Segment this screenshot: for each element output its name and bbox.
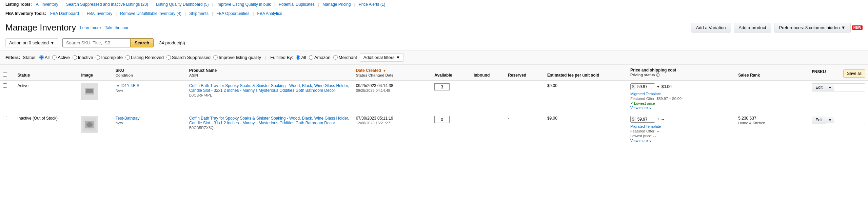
fulfilled-merchant-label: Merchant — [339, 55, 357, 60]
row1-status-changed: 09/25/2023 04:14:49 — [356, 88, 390, 92]
add-variation-button[interactable]: Add a Variation — [691, 23, 731, 33]
check-icon: ✓ — [630, 101, 633, 105]
row1-status: Active — [17, 83, 28, 88]
header-date-created[interactable]: Date Created ▼ Status Changed Date — [353, 65, 432, 81]
row1-date-cell: 09/25/2023 04:14:38 09/25/2023 04:14:49 — [353, 81, 432, 113]
status-incomplete-option[interactable]: Incomplete — [96, 55, 123, 60]
nav-shipments[interactable]: Shipments — [189, 11, 209, 16]
inventory-table: Status Image SKU Condition Product Name … — [0, 65, 868, 146]
row2-edit-button[interactable]: Edit — [812, 116, 826, 124]
save-all-button[interactable]: Save all — [843, 69, 865, 78]
listing-tools-bar: Listing Tools: All Inventory | Search Su… — [0, 0, 868, 9]
row2-fee: $9.00 — [547, 116, 557, 121]
row2-edit-dropdown-button[interactable]: ▼ — [826, 117, 834, 123]
nav-listing-quality[interactable]: Listing Quality Dashboard (5) — [156, 2, 209, 7]
row2-price-container: $ + -- — [630, 116, 733, 123]
nav-fba-analytics[interactable]: FBA Analytics — [257, 11, 282, 16]
row1-shipping: $0.00 — [662, 84, 672, 89]
row1-price-input[interactable] — [636, 84, 655, 90]
row1-price-input-wrap: $ — [630, 83, 655, 90]
row1-rank-cell: - — [735, 81, 809, 113]
row2-migrated-template-link[interactable]: Migrated Template — [630, 124, 661, 128]
page-header-right: Add a Variation Add a product Preference… — [691, 23, 863, 33]
price-info-icon: ⓘ — [656, 73, 659, 77]
nav-potential-duplicates[interactable]: Potential Duplicates — [279, 2, 315, 7]
row2-status-changed: 12/08/2023 15:21:27 — [356, 121, 390, 125]
status-improve-quality-label: Improve listing quality — [219, 55, 261, 60]
header-checkbox-col — [0, 65, 15, 81]
row1-edit-button[interactable]: Edit — [812, 84, 826, 91]
row2-price-input[interactable] — [636, 116, 655, 122]
search-button[interactable]: Search — [130, 38, 154, 47]
row1-quantity-input[interactable] — [434, 83, 450, 90]
row2-fee-cell: $9.00 — [545, 113, 628, 146]
row2-view-more-link[interactable]: View more ∨ — [630, 139, 652, 143]
nav-price-alerts[interactable]: Price Alerts (1) — [359, 2, 386, 7]
row2-date-created: 07/30/2023 05:11:19 — [356, 116, 393, 121]
status-listing-removed-option[interactable]: Listing Removed — [125, 55, 164, 60]
page-header-left: Manage Inventory Learn more Take the tou… — [5, 22, 129, 33]
status-all-option[interactable]: All — [39, 55, 50, 60]
header-fnsku: FNSKU Save all — [809, 65, 868, 81]
row2-checkbox[interactable] — [3, 116, 7, 120]
row2-date-cell: 07/30/2023 05:11:19 12/08/2023 15:21:27 — [353, 113, 432, 146]
nav-search-suppressed[interactable]: Search Suppressed and Inactive Listings … — [66, 2, 148, 7]
select-all-checkbox[interactable] — [3, 72, 7, 77]
row2-sku-cell: Test-Bathtray New — [113, 113, 186, 146]
header-status: Status — [15, 65, 78, 81]
fulfilled-amazon-option[interactable]: Amazon — [309, 55, 331, 60]
row2-product-link[interactable]: Coffin Bath Tray for Spooky Soaks & Sini… — [189, 116, 349, 125]
svg-point-5 — [86, 122, 93, 127]
product-image-svg — [83, 85, 96, 99]
row1-edit-dropdown-button[interactable]: ▼ — [826, 84, 834, 91]
fulfilled-merchant-option[interactable]: Merchant — [333, 55, 357, 60]
nav-manage-pricing[interactable]: Manage Pricing — [322, 2, 351, 7]
row2-sku-link[interactable]: Test-Bathtray — [116, 116, 140, 121]
currency-symbol: $ — [631, 84, 636, 90]
header-available: Available — [432, 65, 471, 81]
status-listing-removed-label: Listing Removed — [131, 55, 164, 60]
status-inactive-option[interactable]: Inactive — [73, 55, 93, 60]
nav-fba-opportunities[interactable]: FBA Opportunities — [216, 11, 249, 16]
learn-more-link[interactable]: Learn more — [80, 25, 101, 30]
row1-rank: - — [738, 83, 739, 88]
fulfilled-all-label: All — [301, 55, 306, 60]
header-rank: Sales Rank — [735, 65, 809, 81]
table-row: Inactive (Out of Stock) Test-Bathtray Ne… — [0, 113, 868, 146]
nav-fba-dashboard[interactable]: FBA Dashboard — [50, 11, 79, 16]
nav-improve-bulk[interactable]: Improve Listing Quality in bulk — [217, 2, 271, 7]
row1-product-link[interactable]: Coffin Bath Tray for Spooky Soaks & Sini… — [189, 83, 349, 93]
take-tour-link[interactable]: Take the tour — [105, 25, 129, 30]
row2-status: Inactive (Out of Stock) — [17, 116, 58, 121]
nav-remove-unfulfillable[interactable]: Remove Unfulfillable Inventory (4) — [120, 11, 181, 16]
fulfilled-all-option[interactable]: All — [296, 55, 306, 60]
preferences-button[interactable]: Preferences: 8 columns hidden ▼ — [774, 23, 851, 33]
status-search-suppressed-option[interactable]: Search Suppressed — [166, 55, 211, 60]
row1-view-more-link[interactable]: View more ∨ — [630, 106, 652, 110]
row2-quantity-input[interactable] — [434, 116, 450, 123]
additional-filters-button[interactable]: Additional filters ▼ — [360, 53, 404, 62]
row1-sku-link[interactable]: IV-ID1Y-4BIS — [116, 83, 139, 88]
svg-rect-2 — [86, 89, 93, 93]
preferences-label: Preferences: 8 columns hidden — [779, 25, 840, 30]
row2-condition: New — [116, 121, 123, 125]
row1-edit-button-wrap: Edit ▼ — [812, 83, 865, 91]
row2-reserved-cell: - — [505, 113, 545, 146]
chevron-down-icon: ▼ — [50, 40, 55, 45]
nav-all-inventory[interactable]: All Inventory — [36, 2, 58, 7]
chevron-down-icon: ▼ — [841, 25, 846, 30]
action-on-selected-button[interactable]: Action on 0 selected ▼ — [5, 38, 58, 47]
row2-shipping: -- — [662, 117, 664, 122]
row1-featured-offer: Featured Offer: $59.97 + $0.00 — [630, 97, 682, 101]
header-reserved: Reserved — [505, 65, 545, 81]
row2-checkbox-cell — [0, 113, 15, 146]
row1-migrated-template-link[interactable]: Migrated Template — [630, 92, 661, 96]
status-active-option[interactable]: Active — [52, 55, 70, 60]
status-improve-quality-option[interactable]: Improve listing quality — [213, 55, 261, 60]
status-active-label: Active — [58, 55, 70, 60]
nav-fba-inventory[interactable]: FBA Inventory — [87, 11, 112, 16]
add-product-button[interactable]: Add a product — [734, 23, 771, 33]
row2-rank: 5,230,637 — [738, 116, 756, 121]
row1-checkbox[interactable] — [3, 83, 7, 88]
search-input[interactable] — [62, 38, 130, 47]
